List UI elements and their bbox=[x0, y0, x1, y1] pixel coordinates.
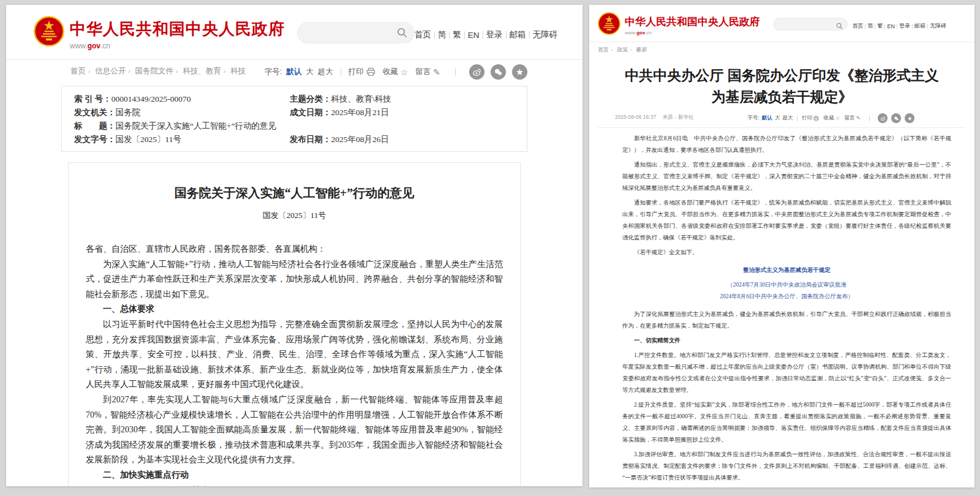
comment-button[interactable]: 留言✎ bbox=[415, 67, 440, 77]
weibo-icon bbox=[880, 116, 886, 121]
breadcrumb-category[interactable]: 科技、教育 bbox=[183, 67, 221, 75]
favorite-button[interactable]: 收藏☆ bbox=[823, 115, 840, 122]
star-icon: ☆ bbox=[401, 67, 409, 77]
top-nav: 首页 简 繁 EN 登录 邮箱 无障碍 bbox=[852, 22, 946, 30]
regulation-subtitle: （2024年7月30日中共中央政治局会议审议批准 bbox=[622, 279, 951, 291]
star-circle-icon bbox=[515, 67, 524, 77]
print-button[interactable]: 打印 bbox=[349, 67, 375, 77]
nav-en[interactable]: EN bbox=[887, 23, 895, 29]
nav-traditional[interactable]: 繁 bbox=[453, 29, 461, 40]
meta-row: 索 引 号：000014349/2025-00070 主题分类：科技、教育\科技 bbox=[74, 92, 527, 106]
article-title: 中共中央办公厅 国务院办公厅印发《整治形式主义为基层减负若干规定》 bbox=[623, 65, 941, 108]
doc-paragraph: 以习近平新时代中国特色社会主义思想为指导，完整准确全面贯彻新发展理念，坚持以人民… bbox=[86, 317, 503, 393]
search-box bbox=[773, 18, 848, 31]
breadcrumb-sep: › bbox=[88, 67, 91, 75]
breadcrumb-sep: › bbox=[128, 67, 130, 75]
breadcrumb-row: 首页› 政策› 最新 bbox=[589, 42, 974, 57]
meta-title-value: 国务院关于深入实施“人工智能+”行动的意见 bbox=[116, 121, 277, 130]
share-weibo-button[interactable] bbox=[878, 113, 888, 123]
favorite-button[interactable]: 收藏☆ bbox=[383, 67, 409, 77]
article-meta-row: 2025-08-06 16:37 来源：新华社 字号: 默认 大 超大 打印 收… bbox=[589, 111, 974, 125]
meta-written-value: 2025年08月21日 bbox=[331, 108, 390, 117]
breadcrumb-policy[interactable]: 政策 bbox=[617, 47, 628, 53]
font-size-label: 字号: bbox=[748, 115, 760, 122]
nav-accessibility[interactable]: 无障碍 bbox=[533, 29, 558, 40]
article-source[interactable]: 新华社 bbox=[678, 114, 694, 120]
doc-section-heading: 二、加快实施重点行动 bbox=[86, 468, 503, 483]
font-size-xlarge[interactable]: 超大 bbox=[318, 67, 333, 77]
share-favorite-button[interactable] bbox=[512, 64, 527, 80]
national-emblem-logo bbox=[34, 16, 64, 47]
article-paragraph: 《若干规定》全文如下。 bbox=[622, 247, 951, 258]
font-size-xlarge[interactable]: 超大 bbox=[782, 115, 793, 122]
nav-home[interactable]: 首页 bbox=[852, 22, 863, 30]
site-header: 中华人民共和国中央人民政府 www.gov.cn 首页 简 繁 EN 登录 邮箱… bbox=[6, 5, 582, 60]
breadcrumb-home[interactable]: 首页 bbox=[70, 67, 86, 75]
breadcrumb-latest[interactable]: 最新 bbox=[636, 47, 647, 53]
star-circle-icon bbox=[907, 116, 913, 121]
breadcrumb-home[interactable]: 首页 bbox=[598, 47, 609, 53]
nav-simplified[interactable]: 简 bbox=[438, 29, 447, 40]
document-text: 各省、自治区、直辖市人民政府，国务院各部委、各直属机构： 为深入实施“人工智能+… bbox=[86, 242, 503, 486]
site-header: 中华人民共和国中央人民政府 www.gov.cn 首页 简 繁 EN 登录 邮箱… bbox=[589, 5, 974, 42]
doc-section-heading: 一、总体要求 bbox=[86, 302, 503, 317]
article-paragraph: 1.严控文件数量。地方和部门发文严格实行计划管理、总量管控和发文立项制度，严格控… bbox=[622, 350, 951, 396]
meta-index-label: 索 引 号： bbox=[74, 94, 111, 103]
nav-mail[interactable]: 邮箱 bbox=[914, 22, 925, 30]
breadcrumb-tech[interactable]: 科技 bbox=[230, 67, 246, 75]
nav-login[interactable]: 登录 bbox=[899, 22, 910, 30]
article-paragraph: 3.加强评估审查。地方和部门制发文件应当进行与为基层减负一致性评估，加强政策性、… bbox=[622, 449, 951, 484]
print-button[interactable]: 打印 bbox=[802, 115, 819, 122]
nav-accessibility[interactable]: 无障碍 bbox=[930, 22, 946, 30]
divider bbox=[598, 127, 966, 128]
weibo-icon bbox=[472, 67, 481, 77]
breadcrumb-info[interactable]: 信息公开 bbox=[95, 67, 126, 75]
font-size-default[interactable]: 默认 bbox=[286, 67, 301, 77]
article-date: 2025-08-06 16:37 bbox=[615, 114, 656, 120]
top-nav: 首页 简 繁 EN 登录 邮箱 无障碍 bbox=[415, 29, 557, 40]
site-title: 中华人民共和国中央人民政府 bbox=[625, 15, 760, 29]
font-size-label: 字号: bbox=[265, 67, 282, 77]
search-input[interactable] bbox=[306, 23, 390, 44]
nav-simplified[interactable]: 简 bbox=[867, 22, 873, 30]
meta-index-value: 000014349/2025-00070 bbox=[111, 94, 191, 103]
search-input[interactable] bbox=[782, 18, 836, 31]
site-url: www.gov.cn bbox=[625, 30, 760, 36]
search-icon[interactable] bbox=[836, 21, 843, 28]
breadcrumb: 首页› 信息公开› 国务院文件› 科技、教育› 科技 bbox=[70, 66, 248, 77]
right-browser-window: 中华人民共和国中央人民政府 www.gov.cn 首页 简 繁 EN 登录 邮箱… bbox=[589, 5, 974, 487]
breadcrumb-docs[interactable]: 国务院文件 bbox=[135, 67, 173, 75]
breadcrumb-sep: › bbox=[224, 67, 226, 75]
article-paragraph: 2.提升文件质量。坚持“短实新”文风，除部署综合性工作外，地方和部门文件一般不超… bbox=[622, 399, 951, 446]
regulation-title: 整治形式主义为基层减负若干规定 bbox=[622, 265, 951, 276]
meta-category-label: 主题分类： bbox=[290, 94, 331, 103]
printer-icon bbox=[813, 116, 819, 121]
share-weibo-button[interactable] bbox=[469, 64, 484, 80]
regulation-subtitle: 2024年8月6日中共中央办公厅、国务院办公厅发布） bbox=[622, 291, 951, 302]
nav-home[interactable]: 首页 bbox=[415, 29, 431, 40]
search-icon[interactable] bbox=[397, 28, 407, 38]
font-size-large[interactable]: 大 bbox=[775, 115, 780, 122]
meta-issuer-label: 发文机关： bbox=[74, 108, 116, 117]
meta-row: 发文机关：国务院 成文日期：2025年08月21日 bbox=[74, 106, 527, 119]
article-paragraph: 通知指出，形式主义、官僚主义是顽瘴痼疾，必须下大力气坚决纠治。基层是贯彻落实党中… bbox=[622, 159, 951, 194]
share-wechat-button[interactable] bbox=[891, 113, 901, 123]
site-title: 中华人民共和国中央人民政府 bbox=[70, 18, 285, 40]
nav-login[interactable]: 登录 bbox=[486, 29, 503, 40]
meta-category-value: 科技、教育\科技 bbox=[331, 94, 391, 103]
meta-published-value: 2025年08月26日 bbox=[331, 135, 390, 144]
printer-icon bbox=[366, 67, 375, 77]
font-size-large[interactable]: 大 bbox=[306, 67, 314, 77]
article-date-source: 2025-08-06 16:37 来源：新华社 bbox=[615, 114, 694, 121]
nav-traditional[interactable]: 繁 bbox=[877, 22, 883, 30]
site-brand: 中华人民共和国中央人民政府 www.gov.cn bbox=[625, 15, 760, 36]
document-body-card: 国务院关于深入实施“人工智能+”行动的意见 国发〔2025〕11号 各省、自治区… bbox=[68, 162, 521, 486]
site-brand: 中华人民共和国中央人民政府 www.gov.cn bbox=[70, 18, 285, 50]
regulation-section-heading: 二、严格精简会议 bbox=[622, 487, 951, 487]
font-size-default[interactable]: 默认 bbox=[762, 115, 772, 122]
nav-mail[interactable]: 邮箱 bbox=[510, 29, 526, 40]
share-favorite-button[interactable] bbox=[905, 113, 914, 123]
share-wechat-button[interactable] bbox=[491, 64, 506, 80]
nav-en[interactable]: EN bbox=[468, 31, 480, 40]
comment-button[interactable]: 留言✎ bbox=[844, 115, 861, 122]
